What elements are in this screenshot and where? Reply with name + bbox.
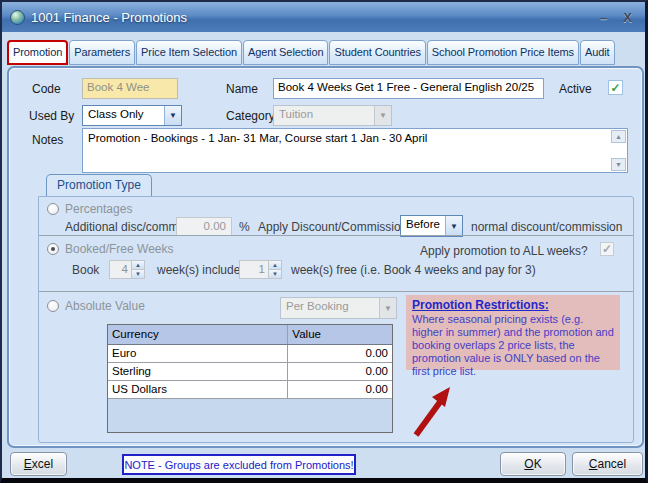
tab-strip: Promotion Parameters Price Item Selectio… xyxy=(7,38,647,65)
table-header-row: Currency Value xyxy=(108,325,392,345)
ok-button[interactable]: OK xyxy=(500,452,566,476)
apply-suffix-label: normal discount/commission xyxy=(471,220,622,234)
used-by-label: Used By xyxy=(29,109,74,123)
tab-promotion-type[interactable]: Promotion Type xyxy=(46,174,152,197)
table-row: Sterling 0.00 xyxy=(108,363,392,381)
currency-cell: Sterling xyxy=(108,363,288,380)
chevron-down-icon: ▼ xyxy=(379,298,396,318)
absolute-value-label: Absolute Value xyxy=(65,299,145,313)
table-row: US Dollars 0.00 xyxy=(108,381,392,399)
weeks-include-label: week(s) include xyxy=(157,263,240,277)
chevron-down-icon[interactable]: ▼ xyxy=(445,216,462,236)
category-select: Tuition ▼ xyxy=(273,105,392,126)
value-cell[interactable]: 0.00 xyxy=(288,381,392,398)
value-column-header: Value xyxy=(288,325,392,344)
book-weeks-stepper: 4 ▲ ▼ xyxy=(109,260,145,279)
groups-excluded-note: NOTE - Groups are excluded from Promotio… xyxy=(122,454,356,475)
cancel-button[interactable]: Cancel xyxy=(572,452,643,476)
percent-sign: % xyxy=(239,220,250,234)
excel-button[interactable]: Excel xyxy=(10,452,67,476)
tab-agent-selection[interactable]: Agent Selection xyxy=(243,40,329,65)
value-cell[interactable]: 0.00 xyxy=(288,345,392,362)
booked-free-weeks-radio[interactable] xyxy=(47,243,59,255)
section-divider xyxy=(39,291,633,292)
per-booking-select: Per Booking ▼ xyxy=(280,297,397,319)
tab-student-countries[interactable]: Student Countries xyxy=(329,40,425,65)
window-title: 1001 Finance - Promotions xyxy=(31,10,589,25)
category-label: Category xyxy=(226,109,275,123)
spin-down-icon: ▼ xyxy=(269,270,281,278)
code-input: Book 4 Wee xyxy=(82,78,178,99)
check-icon: ✓ xyxy=(602,242,612,256)
booked-free-weeks-label: Booked/Free Weeks xyxy=(65,242,174,256)
additional-disc-label: Additional disc/comm xyxy=(65,220,178,234)
promotions-window: 1001 Finance - Promotions – X Promotion … xyxy=(0,0,648,483)
apply-timing-select[interactable]: Before ▼ xyxy=(400,215,463,237)
app-globe-icon xyxy=(10,10,25,25)
additional-disc-input: 0.00 xyxy=(176,217,232,236)
absolute-value-radio[interactable] xyxy=(47,300,59,312)
code-label: Code xyxy=(32,82,61,96)
used-by-select[interactable]: Class Only ▼ xyxy=(82,105,182,126)
titlebar: 1001 Finance - Promotions – X xyxy=(2,2,645,32)
apply-all-weeks-label: Apply promotion to ALL weeks? xyxy=(420,244,588,258)
currency-column-header: Currency xyxy=(108,325,288,344)
restrictions-heading: Promotion Restrictions: xyxy=(412,298,614,312)
tab-audit[interactable]: Audit xyxy=(580,40,615,65)
check-icon: ✓ xyxy=(610,81,620,95)
section-divider xyxy=(39,235,633,236)
active-label: Active xyxy=(559,82,592,96)
active-checkbox[interactable]: ✓ xyxy=(608,80,623,95)
spin-down-icon: ▼ xyxy=(132,270,144,278)
tab-parameters[interactable]: Parameters xyxy=(69,40,135,65)
currency-table: Currency Value Euro 0.00 Sterling 0.00 U… xyxy=(107,324,393,433)
chevron-down-icon: ▼ xyxy=(374,106,391,125)
minimize-button[interactable]: – xyxy=(595,10,612,25)
percentages-radio[interactable] xyxy=(47,203,59,215)
tab-price-item-selection[interactable]: Price Item Selection xyxy=(136,40,242,65)
spin-up-icon: ▲ xyxy=(269,261,281,270)
weeks-free-suffix-label: week(s) free (i.e. Book 4 weeks and pay … xyxy=(291,263,536,277)
name-input[interactable]: Book 4 Weeks Get 1 Free - General Englis… xyxy=(273,78,544,99)
tab-school-promotion-price-items[interactable]: School Promotion Price Items xyxy=(427,40,579,65)
notes-label: Notes xyxy=(32,133,63,147)
annotation-arrow-icon xyxy=(408,383,462,439)
book-label: Book xyxy=(72,263,99,277)
tab-promotion[interactable]: Promotion xyxy=(7,40,68,65)
table-row: Euro 0.00 xyxy=(108,345,392,363)
percentages-label: Percentages xyxy=(65,202,132,216)
name-label: Name xyxy=(226,82,258,96)
notes-input[interactable]: Promotion - Bookings - 1 Jan- 31 Mar, Co… xyxy=(82,128,628,173)
apply-discount-label: Apply Discount/Commission xyxy=(258,220,407,234)
promotion-restrictions-note: Promotion Restrictions: Where seasonal p… xyxy=(406,295,620,370)
spin-up-icon: ▲ xyxy=(132,261,144,270)
currency-cell: Euro xyxy=(108,345,288,362)
apply-all-weeks-checkbox: ✓ xyxy=(600,242,614,256)
restrictions-body: Where seasonal pricing exists (e.g. high… xyxy=(412,313,614,378)
value-cell[interactable]: 0.00 xyxy=(288,363,392,380)
scroll-up-icon[interactable]: ▲ xyxy=(611,130,626,143)
currency-cell: US Dollars xyxy=(108,381,288,398)
free-weeks-stepper: 1 ▲ ▼ xyxy=(239,260,282,279)
chevron-down-icon[interactable]: ▼ xyxy=(164,106,181,125)
scroll-down-icon[interactable]: ▼ xyxy=(611,158,626,171)
close-button[interactable]: X xyxy=(618,10,637,25)
